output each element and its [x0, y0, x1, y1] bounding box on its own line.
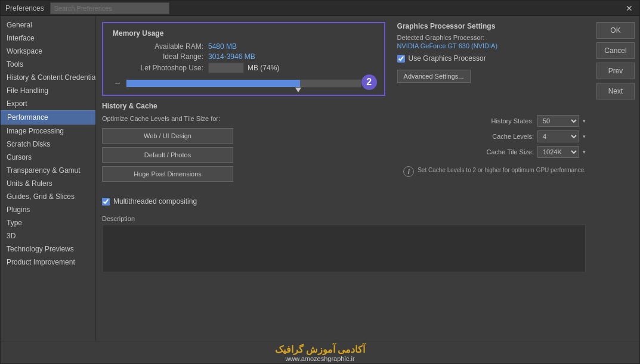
watermark-url: www.amozeshgraphic.ir [1, 355, 639, 362]
sidebar-item-3d[interactable]: 3D [1, 229, 95, 242]
hc-right: History States: 50 ▾ Cache Levels: 4 ▾ [403, 115, 586, 188]
sidebar-item-history-&-content-credentials[interactable]: History & Content Credentials [1, 71, 95, 84]
description-section: Description [102, 215, 586, 272]
sidebar-item-technology-previews[interactable]: Technology Previews [1, 242, 95, 256]
cache-info: i Set Cache Levels to 2 or higher for op… [403, 166, 586, 177]
sidebar-item-export[interactable]: Export [1, 97, 95, 110]
cache-tile-label: Cache Tile Size: [487, 148, 534, 155]
search-bar [50, 2, 618, 14]
let-ps-use-row: Let Photoshop Use: 4069 MB (74%) [113, 63, 375, 73]
preferences-dialog: Preferences ✕ GeneralInterfaceWorkspaceT… [0, 0, 640, 364]
ideal-range-label: Ideal Range: [113, 52, 208, 61]
sidebar-item-units-&-rulers[interactable]: Units & Rulers [1, 177, 95, 190]
ideal-range-row: Ideal Range: 3014-3946 MB [113, 52, 375, 61]
next-button[interactable]: Next [596, 83, 635, 99]
sidebar-item-interface[interactable]: Interface [1, 32, 95, 45]
use-gpu-row: Use Graphics Processor [397, 54, 586, 63]
sidebar-item-transparency-&-gamut[interactable]: Transparency & Gamut [1, 164, 95, 177]
memory-slider-row: − + [113, 78, 375, 89]
huge-pixel-button[interactable]: Huge Pixel Dimensions [102, 166, 233, 182]
content-area: Memory Usage Available RAM: 5480 MB Idea… [96, 16, 592, 341]
info-icon: i [403, 166, 414, 177]
available-ram-row: Available RAM: 5480 MB [113, 42, 375, 51]
gpu-detected-label: Detected Graphics Processor: [397, 34, 586, 41]
multithreaded-row: Multithreaded compositing [102, 197, 586, 206]
cache-tile-select[interactable]: 1024K [537, 146, 579, 158]
chevron-down-icon-3: ▾ [583, 149, 586, 155]
ideal-range-value: 3014-3946 MB [208, 52, 255, 61]
cache-levels-row: Cache Levels: 4 ▾ [403, 130, 586, 142]
use-gpu-label: Use Graphics Processor [409, 54, 486, 63]
sidebar-item-scratch-disks[interactable]: Scratch Disks [1, 138, 95, 151]
available-ram-value: 5480 MB [208, 42, 237, 51]
right-buttons: OK Cancel Prev Next [592, 16, 639, 341]
sidebar-item-cursors[interactable]: Cursors [1, 151, 95, 164]
gpu-title: Graphics Processor Settings [397, 22, 586, 30]
cache-levels-label: Cache Levels: [492, 133, 534, 140]
history-cache-title: History & Cache [102, 102, 586, 110]
slider-minus[interactable]: − [113, 78, 122, 89]
sidebar-item-plugins[interactable]: Plugins [1, 203, 95, 216]
sidebar-item-performance[interactable]: Performance [1, 110, 95, 125]
available-ram-label: Available RAM: [113, 42, 208, 51]
cancel-button[interactable]: Cancel [596, 42, 635, 59]
ok-button[interactable]: OK [596, 22, 635, 39]
sidebar-item-file-handling[interactable]: File Handling [1, 84, 95, 97]
main-content: GeneralInterfaceWorkspaceToolsHistory & … [1, 16, 639, 341]
dialog-title: Preferences [5, 4, 44, 13]
gpu-section: Graphics Processor Settings Detected Gra… [391, 22, 586, 96]
cache-buttons: Web / UI Design Default / Photos Huge Pi… [102, 128, 233, 182]
multithreaded-checkbox[interactable] [102, 198, 110, 206]
gpu-name: NVIDIA GeForce GT 630 (NVIDIA) [397, 42, 586, 49]
web-ui-design-button[interactable]: Web / UI Design [102, 128, 233, 144]
advanced-settings-button[interactable]: Advanced Settings... [397, 70, 471, 83]
optimize-label: Optimize Cache Levels and Tile Size for: [102, 115, 391, 122]
sidebar: GeneralInterfaceWorkspaceToolsHistory & … [1, 16, 96, 341]
sidebar-item-general[interactable]: General [1, 18, 95, 32]
prev-button[interactable]: Prev [596, 63, 635, 79]
sidebar-item-image-processing[interactable]: Image Processing [1, 125, 95, 138]
cache-tile-row: Cache Tile Size: 1024K ▾ [403, 146, 586, 158]
close-button[interactable]: ✕ [624, 3, 635, 14]
badge-2: 2 [361, 74, 377, 90]
sidebar-item-workspace[interactable]: Workspace [1, 45, 95, 58]
history-states-label: History States: [491, 117, 534, 125]
sidebar-item-type[interactable]: Type [1, 216, 95, 229]
description-box [102, 225, 586, 272]
cache-levels-select[interactable]: 4 [537, 130, 579, 142]
memory-title: Memory Usage [113, 29, 375, 38]
cache-info-text: Set Cache Levels to 2 or higher for opti… [418, 166, 586, 175]
watermark: آکادمی آموزش گرافیک www.amozeshgraphic.i… [1, 341, 639, 363]
memory-value-input[interactable]: 4069 [208, 63, 244, 73]
titlebar: Preferences ✕ [1, 1, 639, 16]
watermark-persian: آکادمی آموزش گرافیک [1, 344, 639, 355]
chevron-down-icon-2: ▾ [583, 133, 586, 139]
top-area: Memory Usage Available RAM: 5480 MB Idea… [102, 22, 586, 96]
sidebar-item-guides,-grid-&-slices[interactable]: Guides, Grid & Slices [1, 190, 95, 203]
history-states-select[interactable]: 50 [537, 115, 579, 127]
multithreaded-label: Multithreaded compositing [113, 197, 197, 206]
let-ps-label: Let Photoshop Use: [113, 64, 208, 72]
memory-slider[interactable] [126, 79, 361, 88]
sidebar-item-product-improvement[interactable]: Product Improvement [1, 256, 95, 269]
use-gpu-checkbox[interactable] [397, 55, 405, 63]
memory-section: Memory Usage Available RAM: 5480 MB Idea… [102, 22, 385, 96]
memory-box: Memory Usage Available RAM: 5480 MB Idea… [102, 22, 385, 96]
search-input[interactable] [50, 2, 169, 14]
history-states-row: History States: 50 ▾ [403, 115, 586, 127]
hc-left: Optimize Cache Levels and Tile Size for:… [102, 115, 391, 188]
description-label: Description [102, 215, 586, 222]
default-photos-button[interactable]: Default / Photos [102, 147, 233, 163]
memory-unit: MB (74%) [248, 64, 279, 72]
history-cache-section: History & Cache Optimize Cache Levels an… [102, 102, 586, 188]
hc-area: Optimize Cache Levels and Tile Size for:… [102, 115, 586, 188]
chevron-down-icon: ▾ [583, 118, 586, 124]
sidebar-item-tools[interactable]: Tools [1, 58, 95, 71]
